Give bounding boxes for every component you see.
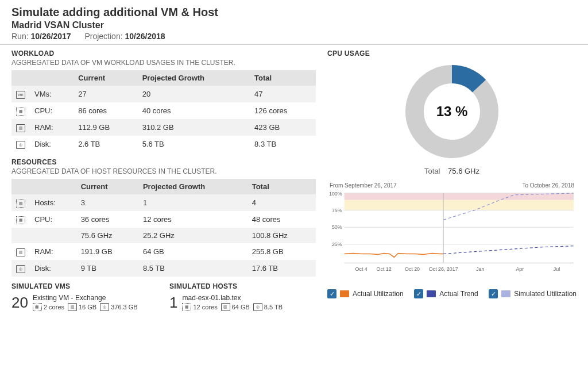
chart-legend: ✓ Actual Utilization ✓ Actual Trend ✓ Si… [327, 289, 577, 298]
svg-rect-3 [345, 200, 574, 210]
legend-checkbox-actual-trend[interactable]: ✓ [414, 289, 423, 298]
svg-text:Jan: Jan [476, 266, 484, 272]
sim-host-card: 1 mad-esx-01.lab.tex ▦12 cores ▥64 GB ◎8… [169, 294, 316, 312]
sim-vm-name: Existing VM - Exchange [33, 294, 138, 302]
sim-vm-card: 20 Existing VM - Exchange ▦2 cores ▥16 G… [11, 294, 158, 312]
col-total: Total [250, 70, 316, 86]
ram-icon: ▥ [16, 248, 25, 256]
ram-icon: ▥ [68, 303, 77, 311]
table-row: ◎ Disk: 2.6 TB 5.6 TB 8.3 TB [11, 136, 316, 152]
table-row: ▥ RAM: 191.9 GB 64 GB 255.8 GB [11, 243, 316, 260]
table-row: ◎ Disk: 9 TB 8.5 TB 17.6 TB [11, 260, 316, 277]
sim-vms-title: SIMULATED VMS [11, 282, 158, 290]
sim-host-count: 1 [169, 294, 177, 312]
svg-rect-2 [345, 193, 574, 200]
svg-text:Jul: Jul [554, 266, 560, 272]
swatch-actual-util [340, 290, 349, 297]
ram-icon: ▥ [221, 303, 230, 311]
cpu-usage-total: Total 75.6 GHz [327, 167, 577, 175]
col-growth: Projected Growth [138, 70, 250, 86]
vm-icon: vm [16, 91, 25, 99]
cpu-icon: ▦ [182, 303, 191, 311]
table-row: ▥ RAM: 112.9 GB 310.2 GB 423 GB [11, 119, 316, 136]
workload-table: Current Projected Growth Total vm VMs: 2… [11, 70, 316, 152]
run-label: Run: [11, 32, 29, 41]
sim-vm-count: 20 [11, 294, 28, 312]
svg-text:Oct 4: Oct 4 [355, 266, 368, 272]
disk-icon: ◎ [16, 265, 25, 273]
col-total: Total [247, 179, 316, 194]
svg-text:25%: 25% [332, 241, 342, 247]
table-row: vm VMs: 27 20 47 [11, 86, 316, 102]
cpu-usage-percent: 13 % [436, 103, 468, 120]
svg-text:Oct 20: Oct 20 [405, 266, 420, 272]
svg-text:100%: 100% [329, 191, 342, 197]
run-date: 10/26/2017 [30, 32, 71, 41]
table-row: ▦ CPU: 36 cores 12 cores 48 cores [11, 211, 316, 228]
swatch-sim-util [501, 290, 510, 297]
cluster-name: Madrid VSAN Cluster [11, 20, 577, 30]
col-current: Current [74, 70, 137, 86]
ram-icon: ▥ [16, 124, 25, 132]
svg-text:Oct 12: Oct 12 [377, 266, 392, 272]
svg-text:75%: 75% [332, 208, 342, 213]
host-icon: ▤ [16, 200, 25, 208]
cpu-icon: ▦ [16, 108, 25, 116]
legend-checkbox-actual-util[interactable]: ✓ [327, 289, 336, 298]
svg-text:Apr: Apr [516, 266, 524, 272]
svg-text:Oct 26, 2017: Oct 26, 2017 [429, 266, 458, 272]
disk-icon: ◎ [100, 303, 109, 311]
resources-subtitle: AGGREGATED DATA OF HOST RESOURCES IN THE… [11, 167, 316, 175]
cpu-icon: ▦ [33, 303, 42, 311]
projection-date: 10/26/2018 [125, 32, 165, 41]
utilization-line-chart: 100% 75% 50% 25% Oct 4 Oct 12 Oct 20 Oct… [327, 190, 577, 279]
col-current: Current [76, 179, 138, 194]
chart-to: To October 26, 2018 [522, 182, 574, 189]
run-projection-line: Run: 10/26/2017 Projection: 10/26/2018 [11, 32, 577, 41]
sim-hosts-title: SIMULATED HOSTS [169, 282, 316, 290]
table-row: ▤ Hosts: 3 1 4 [11, 194, 316, 211]
cpu-usage-donut: 13 % [400, 60, 504, 163]
svg-rect-4 [345, 210, 574, 263]
projection-label: Projection: [84, 32, 122, 41]
cpu-usage-title: CPU USAGE [327, 49, 577, 57]
chart-from: From September 26, 2017 [330, 182, 397, 189]
table-row: 75.6 GHz 25.2 GHz 100.8 GHz [11, 228, 316, 243]
resources-table: Current Projected Growth Total ▤ Hosts: … [11, 179, 316, 277]
svg-text:50%: 50% [332, 224, 342, 230]
disk-icon: ◎ [16, 141, 25, 149]
page-title: Simulate adding additional VM & Host [11, 6, 577, 19]
page-header: Simulate adding additional VM & Host Mad… [0, 0, 588, 45]
legend-checkbox-sim-util[interactable]: ✓ [489, 289, 498, 298]
col-growth: Projected Growth [138, 179, 247, 194]
resources-title: RESOURCES [11, 158, 316, 166]
sim-host-name: mad-esx-01.lab.tex [182, 294, 283, 302]
disk-icon: ◎ [253, 303, 262, 311]
cpu-icon: ▦ [16, 216, 25, 224]
swatch-actual-trend [427, 290, 436, 297]
workload-subtitle: AGGREGATED DATA OF VM WORKLOAD USAGES IN… [11, 59, 316, 67]
table-row: ▦ CPU: 86 cores 40 cores 126 cores [11, 102, 316, 119]
workload-title: WORKLOAD [11, 49, 316, 57]
